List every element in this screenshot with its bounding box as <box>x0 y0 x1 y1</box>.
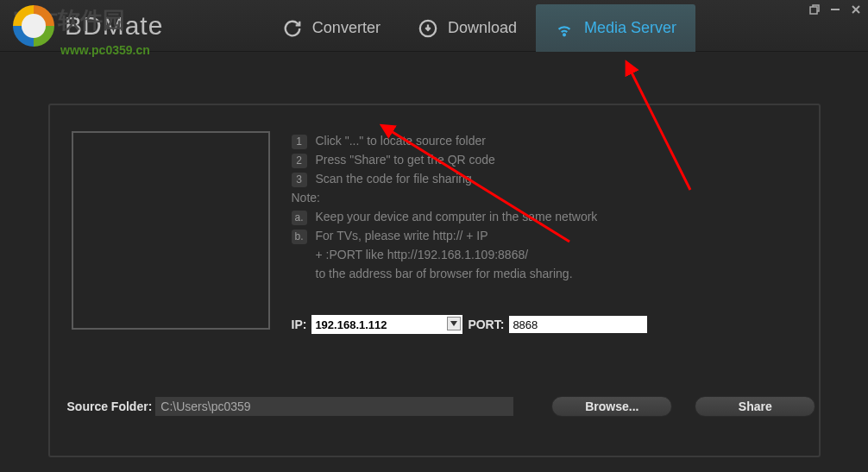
note-b3-text: to the address bar of browser for media … <box>292 264 598 283</box>
titlebar: 对方软件园 BDMate www.pc0359.cn Converter Dow… <box>0 0 868 52</box>
ip-value: 192.168.1.112 <box>315 318 387 331</box>
app-title: BDMate <box>65 11 163 41</box>
browse-button[interactable]: Browse... <box>551 396 672 417</box>
source-row: Source Folder: Browse... Share <box>67 396 816 417</box>
tab-converter[interactable]: Converter <box>264 4 399 52</box>
step3-badge: 3 <box>292 173 307 187</box>
step1-text: Click "..." to locate source folder <box>316 134 486 148</box>
tab-media-server[interactable]: Media Server <box>536 4 695 52</box>
note-a-text: Keep your device and computer in the sam… <box>316 210 598 223</box>
note-label: Note: <box>292 188 598 207</box>
media-server-panel: 1Click "..." to locate source folder 2Pr… <box>48 104 821 457</box>
ip-port-row: IP: 192.168.1.112 PORT: <box>292 315 648 334</box>
step2-badge: 2 <box>292 154 307 168</box>
download-icon <box>418 19 437 38</box>
window-controls <box>809 3 861 17</box>
app-logo-icon <box>13 5 54 47</box>
popout-button[interactable] <box>809 3 820 17</box>
source-folder-input[interactable] <box>155 397 513 416</box>
svg-marker-6 <box>450 321 457 326</box>
close-button[interactable] <box>851 3 861 17</box>
step3-text: Scan the code for file sharing <box>316 172 472 186</box>
tab-media-server-label: Media Server <box>584 19 676 37</box>
svg-point-1 <box>563 34 565 35</box>
tab-download[interactable]: Download <box>399 4 536 52</box>
ip-label: IP: <box>292 318 307 331</box>
note-b2-text: + :PORT like http://192.168.1.109:8868/ <box>292 245 598 264</box>
content-area: 1Click "..." to locate source folder 2Pr… <box>0 52 868 472</box>
tab-converter-label: Converter <box>312 19 381 37</box>
instructions: 1Click "..." to locate source folder 2Pr… <box>292 131 598 283</box>
tab-bar: Converter Download Media Server <box>264 0 868 51</box>
chevron-down-icon <box>447 317 461 330</box>
qr-code-box <box>72 131 270 330</box>
svg-rect-2 <box>810 7 817 14</box>
logo-area: 对方软件园 BDMate www.pc0359.cn <box>0 5 259 47</box>
note-b-badge: b. <box>292 230 307 244</box>
tab-download-label: Download <box>448 19 517 37</box>
step1-badge: 1 <box>292 135 307 149</box>
step2-text: Press "Share" to get the QR code <box>316 153 495 167</box>
ip-select[interactable]: 192.168.1.112 <box>311 315 462 334</box>
note-a-badge: a. <box>292 211 307 225</box>
share-button[interactable]: Share <box>695 396 815 417</box>
source-label: Source Folder: <box>67 400 153 413</box>
port-label: PORT: <box>468 318 504 331</box>
port-input[interactable] <box>509 316 647 333</box>
wifi-icon <box>555 19 574 38</box>
note-b1-text: For TVs, please write http:// + IP <box>316 229 488 242</box>
refresh-icon <box>283 19 302 38</box>
minimize-button[interactable] <box>830 3 840 17</box>
